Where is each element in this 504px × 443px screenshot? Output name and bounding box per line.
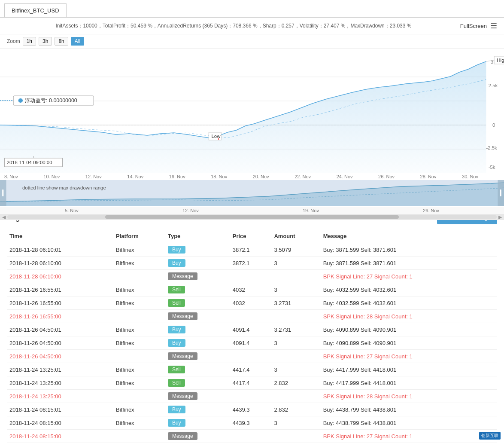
scrollbar[interactable]: ◀ ▶ [0, 214, 504, 220]
svg-text:High: High [497, 58, 504, 63]
cell-time: 2018-11-24 08:15:00 [7, 430, 113, 443]
cell-time: 2018-11-24 13:25:00 [7, 376, 113, 390]
cell-platform [113, 390, 165, 403]
table-row: 2018-11-24 13:25:00 Bitfinex Sell 4417.4… [7, 376, 497, 390]
cell-message: SPK Signal Line: 28 Signal Count: 1 [321, 310, 497, 323]
cell-amount [271, 310, 320, 323]
time-label: 30. Nov [462, 174, 478, 179]
cell-type: Message [165, 350, 230, 363]
type-badge: Sell [168, 286, 185, 293]
mini-chart-svg: dotted line show max drawdown range [0, 180, 504, 206]
zoom-3h[interactable]: 3h [39, 37, 52, 46]
cell-time: 2018-11-26 04:50:00 [7, 350, 113, 363]
cell-time: 2018-11-28 06:10:00 [7, 270, 113, 283]
menu-icon[interactable]: ☰ [490, 21, 497, 31]
zoom-8h[interactable]: 8h [55, 37, 68, 46]
cell-message: SPK Signal Line: 28 Signal Count: 1 [321, 390, 497, 403]
mini-chart[interactable]: dotted line show max drawdown range 5. N… [0, 180, 504, 206]
cell-time: 2018-11-28 06:10:00 [7, 257, 113, 270]
cell-amount: 3 [271, 336, 320, 350]
table-row: 2018-11-24 13:25:00 Message SPK Signal L… [7, 390, 497, 403]
zoom-all[interactable]: All [71, 37, 84, 46]
main-chart: 3k 2.5k 0 -2.5k -5k High Low 浮动盈亏: 0.000… [0, 53, 504, 173]
cell-message: BPK Signal Line: 27 Signal Count: 1 [321, 430, 497, 443]
svg-text:dotted line show max drawdown : dotted line show max drawdown range [22, 185, 106, 190]
time-label: 28. Nov [420, 174, 437, 179]
cell-amount: 3 [271, 257, 320, 270]
chart-container: 3k 2.5k 0 -2.5k -5k High Low 浮动盈亏: 0.000… [0, 49, 504, 206]
cell-type: Buy [165, 243, 230, 257]
time-label: 22. Nov [295, 174, 311, 179]
cell-time: 2018-11-24 08:15:01 [7, 403, 113, 416]
cell-platform: Bitfinex [113, 257, 165, 270]
cell-amount: 2.832 [271, 376, 320, 390]
cell-time: 2018-11-26 04:50:00 [7, 336, 113, 350]
time-label: 20. Nov [253, 174, 269, 179]
cell-platform: Bitfinex [113, 336, 165, 350]
cell-message: Buy: 4438.799 Sell: 4438.801 [321, 403, 497, 416]
table-row: 2018-11-26 16:55:00 Bitfinex Sell 4032 3… [7, 296, 497, 310]
zoom-1h[interactable]: 1h [23, 37, 36, 46]
cell-platform [113, 350, 165, 363]
cell-platform [113, 270, 165, 283]
cell-price: 3872.1 [230, 257, 272, 270]
time-label: 8. Nov [4, 174, 18, 179]
cell-platform: Bitfinex [113, 283, 165, 296]
cell-message: BPK Signal Line: 27 Signal Count: 1 [321, 350, 497, 363]
cell-type: Message [165, 310, 230, 323]
table-row: 2018-11-26 04:50:00 Bitfinex Buy 4091.4 … [7, 336, 497, 350]
cell-time: 2018-11-24 13:25:01 [7, 363, 113, 376]
mini-date: 12. Nov [182, 208, 199, 213]
table-row: 2018-11-28 06:10:00 Message BPK Signal L… [7, 270, 497, 283]
mini-date: 19. Nov [303, 208, 319, 213]
cell-type: Buy [165, 416, 230, 430]
cell-message: Buy: 4438.799 Sell: 4438.801 [321, 416, 497, 430]
cell-message: Buy: 4090.899 Sell: 4090.901 [321, 336, 497, 350]
cell-price [230, 390, 272, 403]
logs-tbody: 2018-11-28 06:10:01 Bitfinex Buy 3872.1 … [7, 243, 497, 443]
type-badge: Message [168, 272, 197, 280]
col-message: Message [321, 229, 497, 243]
cell-amount [271, 350, 320, 363]
table-row: 2018-11-26 04:50:00 Message BPK Signal L… [7, 350, 497, 363]
cell-message: Buy: 4417.999 Sell: 4418.001 [321, 376, 497, 390]
time-label: 24. Nov [337, 174, 353, 179]
tab-bitfinex-btc-usd[interactable]: Bitfinex_BTC_USD [4, 3, 67, 17]
cell-price: 4032 [230, 296, 272, 310]
svg-text:Low: Low [211, 134, 221, 139]
mini-date: 26. Nov [423, 208, 439, 213]
type-badge: Message [168, 432, 197, 440]
cell-message: BPK Signal Line: 27 Signal Count: 1 [321, 270, 497, 283]
cell-platform: Bitfinex [113, 363, 165, 376]
col-price: Price [230, 229, 272, 243]
stats-text: InitAssets：10000，TotalProfit：50.459 %，An… [7, 22, 460, 30]
cell-type: Buy [165, 336, 230, 350]
time-label: 26. Nov [378, 174, 395, 179]
type-badge: Buy [168, 326, 185, 333]
time-label: 14. Nov [127, 174, 143, 179]
col-time: Time [7, 229, 113, 243]
table-row: 2018-11-26 04:50:01 Bitfinex Buy 4091.4 … [7, 323, 497, 336]
cell-type: Message [165, 390, 230, 403]
type-badge: Sell [168, 366, 185, 373]
zoom-label: Zoom [7, 38, 20, 44]
cell-time: 2018-11-26 16:55:00 [7, 296, 113, 310]
fullscreen-button[interactable]: FullScreen [460, 23, 487, 29]
type-badge: Buy [168, 406, 185, 413]
cell-type: Sell [165, 363, 230, 376]
type-badge: Buy [168, 246, 185, 254]
logs-table: Time Platform Type Price Amount Message … [7, 229, 497, 443]
table-row: 2018-11-28 06:10:00 Bitfinex Buy 3872.1 … [7, 257, 497, 270]
cell-type: Buy [165, 257, 230, 270]
mini-dates: 5. Nov 12. Nov 19. Nov 26. Nov [0, 207, 504, 214]
col-amount: Amount [271, 229, 320, 243]
cell-price: 4417.4 [230, 376, 272, 390]
cell-platform: Bitfinex [113, 403, 165, 416]
table-row: 2018-11-24 08:15:00 Message BPK Signal L… [7, 430, 497, 443]
cell-time: 2018-11-26 16:55:00 [7, 310, 113, 323]
cell-message: Buy: 4090.899 Sell: 4090.901 [321, 323, 497, 336]
cell-price: 4439.3 [230, 416, 272, 430]
cell-type: Message [165, 270, 230, 283]
cell-price: 4417.4 [230, 363, 272, 376]
svg-text:2018-11-04 09:00:00: 2018-11-04 09:00:00 [7, 160, 52, 165]
